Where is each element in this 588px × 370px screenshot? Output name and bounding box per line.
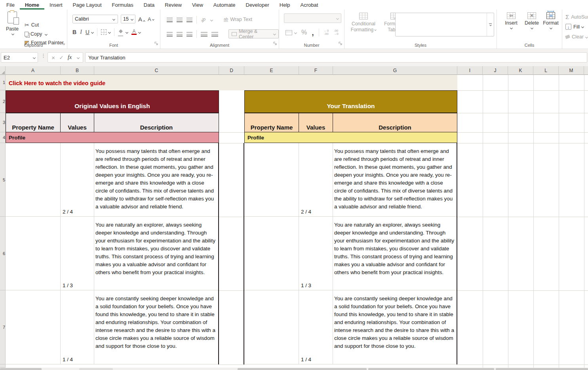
- align-top-button[interactable]: [167, 18, 173, 22]
- number-dialog-launcher[interactable]: [339, 40, 343, 47]
- align-center-button[interactable]: [177, 32, 183, 36]
- fill-color-dropdown[interactable]: [126, 31, 128, 33]
- formula-bar-splitter[interactable]: ⋮: [41, 53, 46, 59]
- right-table-title[interactable]: Your Translation: [244, 90, 457, 113]
- left-r6-property-cell[interactable]: [6, 217, 61, 290]
- column-header-d[interactable]: D: [219, 66, 244, 75]
- column-header-b[interactable]: B: [61, 66, 94, 75]
- left-header-property-name[interactable]: Property Name: [6, 113, 61, 132]
- left-r5-values-cell[interactable]: 2 / 4: [61, 143, 94, 216]
- autosum-button[interactable]: Σ AutoSum: [565, 13, 588, 20]
- row-header-4[interactable]: 4: [0, 132, 6, 143]
- tab-home[interactable]: Home: [20, 0, 44, 10]
- copy-button[interactable]: Copy: [25, 31, 64, 37]
- bold-button[interactable]: B: [72, 29, 76, 35]
- row-header-2[interactable]: 2: [0, 90, 6, 113]
- insert-function-icon[interactable]: fx: [68, 54, 72, 61]
- tab-help[interactable]: Help: [274, 0, 295, 10]
- sheet-tab[interactable]: [368, 368, 494, 370]
- right-header-values[interactable]: Values: [299, 113, 333, 132]
- left-r6-description-cell[interactable]: You are naturally an explorer, always se…: [94, 217, 219, 290]
- decrease-indent-button[interactable]: [201, 32, 207, 36]
- row-header-7[interactable]: 7: [0, 290, 6, 364]
- font-color-dropdown[interactable]: [138, 31, 141, 33]
- left-r7-description-cell[interactable]: You are constantly seeking deeper knowle…: [94, 290, 219, 364]
- comma-style-button[interactable]: ,: [312, 31, 314, 34]
- paste-button[interactable]: Paste: [4, 11, 21, 42]
- delete-cells-button[interactable]: ✕ Delete: [522, 12, 541, 29]
- orientation-dropdown[interactable]: [210, 18, 213, 21]
- borders-button[interactable]: [101, 29, 107, 35]
- format-cells-button[interactable]: Format: [541, 12, 560, 29]
- align-left-button[interactable]: [167, 32, 173, 36]
- row-header-5[interactable]: 5: [0, 143, 6, 217]
- underline-button[interactable]: U: [86, 29, 89, 35]
- tab-insert[interactable]: Insert: [44, 0, 68, 10]
- align-right-button[interactable]: [186, 32, 192, 36]
- left-r6-values-cell[interactable]: 1 / 3: [61, 217, 94, 290]
- column-header-l[interactable]: L: [533, 66, 559, 75]
- column-header-a[interactable]: A: [6, 66, 61, 75]
- formula-input[interactable]: Your Translation: [85, 52, 587, 63]
- row-header-1[interactable]: 1: [0, 75, 6, 90]
- column-header-f[interactable]: F: [299, 66, 333, 75]
- sheet-tab[interactable]: [496, 368, 588, 370]
- right-r6-description-cell[interactable]: You are naturally an explorer, always se…: [333, 217, 457, 290]
- tab-formulas[interactable]: Formulas: [107, 0, 139, 10]
- tab-acrobat[interactable]: Acrobat: [295, 0, 323, 10]
- percent-style-button[interactable]: %: [301, 29, 307, 36]
- column-header-m[interactable]: M: [559, 66, 584, 75]
- video-guide-link[interactable]: Click Here to watch the video guide: [9, 80, 105, 86]
- accounting-format-button[interactable]: [285, 30, 297, 35]
- decrease-decimal-button[interactable]: .00→0: [333, 29, 338, 36]
- right-r7-values-cell[interactable]: 1 / 4: [299, 290, 333, 364]
- merge-center-button[interactable]: Merge & Center: [228, 29, 279, 38]
- font-name-select[interactable]: Calibri: [72, 15, 118, 23]
- sheet-nav-buttons[interactable]: [0, 368, 42, 370]
- alignment-dialog-launcher[interactable]: [273, 40, 277, 47]
- column-header-i[interactable]: I: [457, 66, 483, 75]
- tab-page-layout[interactable]: Page Layout: [68, 0, 107, 10]
- left-r5-property-cell[interactable]: [6, 143, 61, 216]
- tab-developer[interactable]: Developer: [241, 0, 274, 10]
- tab-view[interactable]: View: [187, 0, 208, 10]
- fill-button[interactable]: ↓ Fill: [565, 24, 584, 30]
- column-header-j[interactable]: J: [483, 66, 508, 75]
- align-middle-button[interactable]: [177, 18, 183, 22]
- column-header-k[interactable]: K: [508, 66, 533, 75]
- confirm-entry-icon[interactable]: ✓: [59, 55, 64, 61]
- name-box[interactable]: E2: [1, 52, 38, 63]
- column-header-c[interactable]: C: [94, 66, 219, 75]
- left-r7-property-cell[interactable]: [6, 290, 61, 364]
- borders-dropdown[interactable]: [108, 31, 111, 33]
- cell-styles-gallery[interactable]: [395, 13, 494, 36]
- row-header-3[interactable]: 3: [0, 113, 6, 132]
- row-header-8-partial[interactable]: [0, 364, 6, 368]
- right-section-profile[interactable]: Profile: [244, 132, 457, 143]
- formula-bar-expand-icon[interactable]: [77, 56, 80, 59]
- fill-color-button[interactable]: [118, 28, 124, 36]
- orientation-button[interactable]: ab: [200, 16, 207, 23]
- cancel-entry-icon[interactable]: ×: [51, 54, 55, 61]
- left-r5-description-cell[interactable]: You possess many talents that often emer…: [94, 143, 219, 216]
- cut-button[interactable]: ✂ Cut: [25, 22, 64, 28]
- right-r6-property-cell[interactable]: [244, 217, 299, 290]
- font-color-button[interactable]: A: [131, 29, 137, 35]
- number-format-select[interactable]: [284, 13, 341, 23]
- row-header-6[interactable]: 6: [0, 217, 6, 290]
- right-header-property-name[interactable]: Property Name: [244, 113, 299, 132]
- increase-indent-button[interactable]: [211, 32, 218, 36]
- italic-button[interactable]: I: [80, 29, 82, 35]
- left-r7-values-cell[interactable]: 1 / 4: [61, 290, 94, 364]
- align-bottom-button[interactable]: [186, 18, 192, 22]
- underline-dropdown[interactable]: [91, 31, 94, 33]
- tab-review[interactable]: Review: [160, 0, 187, 10]
- right-r5-values-cell[interactable]: 2 / 4: [299, 143, 333, 216]
- tab-data[interactable]: Data: [139, 0, 160, 10]
- insert-cells-button[interactable]: ⇦ Insert: [502, 12, 521, 29]
- left-header-values[interactable]: Values: [61, 113, 94, 132]
- increase-decimal-button[interactable]: ←0.00: [324, 29, 329, 36]
- sheet-tab[interactable]: [238, 368, 367, 370]
- styles-gallery-more-button[interactable]: [487, 13, 494, 36]
- right-r7-property-cell[interactable]: [244, 290, 299, 364]
